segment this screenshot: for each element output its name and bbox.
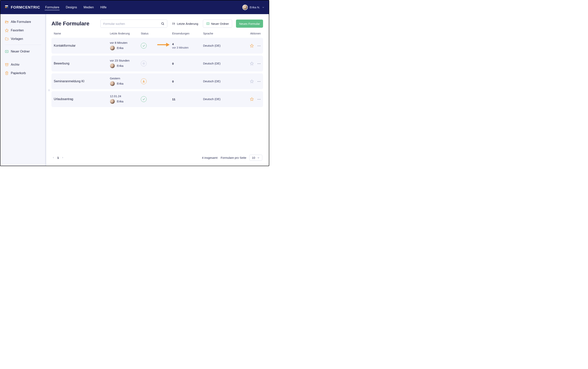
row-language: Deutsch (DE) (203, 97, 220, 101)
svg-rect-7 (5, 63, 8, 64)
avatar-icon (242, 5, 248, 10)
svg-point-9 (162, 22, 164, 25)
nav-designs[interactable]: Designs (65, 4, 77, 10)
row-name: Bewerbung (54, 62, 110, 65)
sidebar-collapse-icon[interactable]: || (49, 89, 49, 91)
row-language: Deutsch (DE) (203, 44, 220, 47)
page-number[interactable]: 1 (57, 156, 59, 159)
row-change-user: Erika (110, 81, 141, 86)
search-input[interactable] (103, 22, 161, 25)
search-input-wrap[interactable] (100, 20, 167, 28)
row-change-user: Erika (110, 99, 141, 104)
main: Alle Formulare Letzte Änderung Neuer Ord… (46, 14, 269, 166)
svg-marker-29 (250, 80, 254, 83)
avatar-icon (110, 45, 115, 51)
sidebar-item-label: Neuer Ordner (11, 50, 30, 53)
avatar-icon (110, 63, 115, 68)
folder-icon (5, 37, 9, 41)
favorite-toggle[interactable] (250, 97, 254, 101)
svg-point-2 (7, 7, 8, 8)
folder-open-icon (5, 20, 9, 24)
row-language: Deutsch (DE) (203, 62, 220, 65)
avatar-icon (110, 99, 115, 104)
page-header: Alle Formulare Letzte Änderung Neuer Ord… (51, 20, 263, 28)
nav-links: Formulare Designs Medien Hilfe (45, 4, 107, 10)
row-language: Deutsch (DE) (203, 80, 220, 83)
chevron-down-icon (257, 156, 260, 159)
user-menu[interactable]: Erika N. (242, 5, 265, 10)
row-change-time: Gestern (110, 77, 141, 80)
new-folder-button[interactable]: Neuer Ordner (203, 20, 232, 28)
col-header-status: Status (141, 32, 172, 35)
page-size-value: 10 (252, 156, 255, 159)
row-submissions-count: 0 (172, 80, 203, 83)
row-submissions-count: 11 (172, 98, 203, 101)
col-header-name: Name (54, 32, 110, 35)
page-next[interactable] (61, 156, 64, 159)
sidebar-item-templates[interactable]: Vorlagen (2, 35, 44, 43)
trash-icon (5, 71, 9, 75)
page-prev[interactable] (52, 156, 55, 159)
chevron-down-icon (262, 6, 265, 9)
per-page-label: Formulare pro Seite (221, 156, 246, 159)
sidebar-item-label: Archiv (11, 63, 19, 66)
table-row[interactable]: Urlaubsantrag12.01.24Erika11Deutsch (DE)… (51, 91, 263, 107)
status-draft-icon (141, 61, 147, 66)
row-change-user: Erika (110, 45, 141, 51)
sidebar-item-all-forms[interactable]: Alle Formulare (2, 18, 44, 26)
avatar-icon (110, 81, 115, 86)
sort-button[interactable]: Letzte Änderung (171, 20, 199, 27)
sidebar-item-favorites[interactable]: Favoriten (2, 27, 44, 34)
row-submissions-count: 0 (172, 62, 203, 65)
favorite-toggle[interactable] (250, 62, 254, 65)
favorite-toggle[interactable] (250, 44, 254, 48)
row-submissions-count: 4 (172, 42, 203, 46)
col-header-submissions: Einsendungen (172, 32, 203, 35)
status-pending-icon (141, 78, 147, 84)
logo[interactable]: FORMCENTRIC (5, 5, 40, 10)
new-form-button[interactable]: Neues Formular (236, 20, 263, 28)
logo-text: FORMCENTRIC (11, 5, 40, 10)
svg-line-10 (163, 24, 164, 25)
row-name: Kontaktformular (54, 44, 110, 47)
col-header-actions: Aktionen (248, 32, 261, 35)
total-count: 4 insgesamt (202, 156, 218, 159)
row-change-time: 12.01.24 (110, 94, 141, 98)
sidebar-scrollbar[interactable] (45, 14, 46, 166)
col-header-change: Letzte Änderung (110, 32, 141, 35)
folder-plus-icon (206, 22, 210, 25)
row-name: Urlaubsantrag (54, 97, 110, 101)
more-actions-icon[interactable]: ⋯ (257, 79, 261, 83)
svg-line-25 (144, 62, 145, 63)
sidebar-item-archive[interactable]: Archiv (2, 61, 44, 69)
more-actions-icon[interactable]: ⋯ (257, 61, 261, 66)
sidebar: Alle Formulare Favoriten Vorlagen Neuer … (0, 14, 46, 166)
user-name: Erika N. (250, 6, 260, 9)
nav-hilfe[interactable]: Hilfe (100, 4, 107, 10)
button-label: Neuer Ordner (211, 22, 229, 25)
more-actions-icon[interactable]: ⋯ (257, 43, 261, 48)
more-actions-icon[interactable]: ⋯ (257, 97, 261, 101)
svg-rect-0 (5, 5, 8, 6)
divider (5, 45, 41, 45)
logo-mark-icon (5, 5, 9, 10)
sidebar-item-new-folder[interactable]: Neuer Ordner (2, 48, 44, 55)
nav-formulare[interactable]: Formulare (45, 4, 59, 10)
table-row[interactable]: Seminaranmeldung KIGesternErika0Deutsch … (51, 73, 263, 89)
svg-marker-26 (250, 62, 254, 65)
page-size-select[interactable]: 10 (249, 155, 262, 161)
search-icon (161, 22, 164, 25)
table-row[interactable]: Bewerbungvor 23 StundenErika0Deutsch (DE… (51, 56, 263, 72)
row-change-time: vor 8 Minuten (110, 41, 141, 44)
sort-icon (172, 22, 176, 25)
status-published-icon (141, 43, 147, 49)
row-change-user: Erika (110, 63, 141, 68)
nav-medien[interactable]: Medien (83, 4, 94, 10)
archive-icon (5, 62, 9, 67)
favorite-toggle[interactable] (250, 79, 254, 83)
sidebar-item-trash[interactable]: Papierkorb (2, 69, 44, 77)
table-header: Name Letzte Änderung Status Einsendungen… (51, 32, 263, 35)
svg-rect-1 (5, 7, 7, 8)
svg-marker-30 (250, 98, 254, 101)
table-row[interactable]: Kontaktformularvor 8 MinutenErika4vor 3 … (51, 38, 263, 54)
